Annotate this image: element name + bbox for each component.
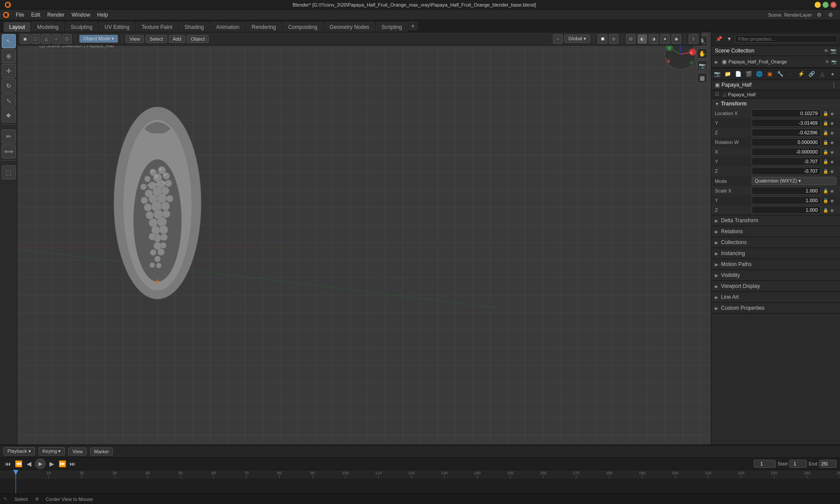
- location-y-anim[interactable]: ◆: [830, 121, 836, 126]
- tab-geometry-nodes[interactable]: Geometry Nodes: [324, 22, 375, 32]
- snap-icon[interactable]: 🔲: [598, 34, 607, 44]
- toolbar-icon-5[interactable]: ⬡: [62, 34, 72, 44]
- minimize-button[interactable]: －: [815, 2, 821, 8]
- scene-eye-icon[interactable]: 👁: [824, 48, 829, 53]
- scale-z-lock[interactable]: 🔒: [822, 207, 829, 213]
- viewport-shading-icon-4[interactable]: ◉: [672, 34, 681, 44]
- tab-add-button[interactable]: +: [409, 21, 417, 30]
- location-z-value[interactable]: -0.62396: [752, 129, 821, 136]
- timeline-view-btn[interactable]: View: [68, 448, 87, 455]
- visibility-header[interactable]: ▶ Visibility: [711, 270, 840, 280]
- relations-header[interactable]: ▶ Relations: [711, 226, 840, 237]
- tab-animation[interactable]: Animation: [210, 22, 245, 32]
- menu-blender-logo[interactable]: [2, 10, 10, 19]
- scale-y-lock[interactable]: 🔒: [822, 197, 829, 203]
- mesh-name[interactable]: Papaya_Half: [728, 92, 836, 97]
- props-output-icon[interactable]: 📁: [723, 69, 732, 79]
- overlay-icon[interactable]: ⊡: [626, 34, 636, 44]
- scale-z-value[interactable]: 1.000: [752, 206, 821, 214]
- props-material-icon[interactable]: ●: [828, 69, 837, 79]
- object-name[interactable]: Papaya_Half: [721, 82, 830, 88]
- view-menu-btn[interactable]: View: [126, 35, 144, 43]
- custom-properties-header[interactable]: ▶ Custom Properties: [711, 303, 840, 313]
- tool-transform[interactable]: ❖: [2, 108, 16, 122]
- tool-annotate[interactable]: ✏: [2, 130, 16, 144]
- props-object-icon[interactable]: ▣: [765, 69, 774, 79]
- current-frame-input[interactable]: [754, 460, 776, 468]
- jump-end-btn[interactable]: ⏭: [68, 459, 77, 468]
- rotation-x-value[interactable]: -0.000000: [752, 148, 821, 156]
- object-mode-btn[interactable]: Object Mode ▾: [79, 35, 118, 43]
- tab-modeling[interactable]: Modeling: [32, 22, 64, 32]
- scale-x-lock[interactable]: 🔒: [822, 188, 829, 194]
- line-art-header[interactable]: ▶ Line Art: [711, 292, 840, 302]
- tab-rendering[interactable]: Rendering: [246, 22, 281, 32]
- location-x-lock[interactable]: 🔒: [822, 110, 829, 116]
- end-frame-input[interactable]: [819, 460, 836, 468]
- play-btn[interactable]: ▶: [35, 458, 46, 469]
- props-constraint-icon[interactable]: 🔗: [807, 69, 816, 79]
- panel-search-input[interactable]: [735, 35, 837, 43]
- tab-texture-paint[interactable]: Texture Paint: [136, 22, 178, 32]
- rotation-y-lock[interactable]: 🔒: [822, 158, 829, 164]
- timeline-marker-btn[interactable]: Marker: [90, 448, 113, 455]
- global-btn[interactable]: Global ▾: [564, 35, 590, 43]
- scene-settings-icon[interactable]: ⚙: [815, 10, 823, 19]
- tab-scripting[interactable]: Scripting: [376, 22, 408, 32]
- location-y-value[interactable]: -3.01469: [752, 119, 821, 127]
- viewport-shading-icon-3[interactable]: ●: [660, 34, 670, 44]
- tool-select[interactable]: ↖: [2, 34, 16, 48]
- panel-pin-icon[interactable]: 📌: [714, 34, 724, 44]
- menu-help[interactable]: Help: [94, 11, 112, 19]
- props-modifier-icon[interactable]: 🔧: [775, 69, 785, 79]
- rotation-y-value[interactable]: -0.707: [752, 158, 821, 165]
- step-back-btn[interactable]: ◀: [24, 459, 33, 468]
- toolbar-icon-4[interactable]: ○: [52, 34, 61, 44]
- rotation-z-value[interactable]: -0.707: [752, 167, 821, 175]
- tab-compositing[interactable]: Compositing: [283, 22, 323, 32]
- tool-cursor[interactable]: ⊕: [2, 49, 16, 63]
- viewport-shading-icon-1[interactable]: ◐: [637, 34, 647, 44]
- props-render-icon[interactable]: 📷: [712, 69, 722, 79]
- tool-add-cube[interactable]: ⬚: [2, 165, 16, 179]
- menu-window[interactable]: Window: [68, 11, 94, 19]
- location-x-value[interactable]: 0.10279: [752, 109, 821, 117]
- maximize-button[interactable]: □: [822, 2, 829, 8]
- rotation-w-value[interactable]: 0.000000: [752, 138, 821, 146]
- motion-paths-header[interactable]: ▶ Motion Paths: [711, 259, 840, 270]
- scale-z-anim[interactable]: ◆: [830, 208, 836, 213]
- timeline-keying-btn[interactable]: Keying ▾: [38, 447, 65, 455]
- jump-start-btn[interactable]: ⏮: [4, 459, 12, 468]
- proportional-icon[interactable]: ⊙: [609, 34, 619, 44]
- viewport-shading-icon-2[interactable]: ◑: [649, 34, 658, 44]
- props-world-icon[interactable]: 🌐: [754, 69, 764, 79]
- tool-scale[interactable]: ⤡: [2, 94, 16, 108]
- scene-render-icon[interactable]: 📷: [830, 48, 836, 54]
- object-menu-btn[interactable]: Object: [187, 35, 209, 43]
- rotation-z-lock[interactable]: 🔒: [822, 168, 829, 174]
- menu-file[interactable]: File: [12, 11, 28, 19]
- props-particles-icon[interactable]: ·: [786, 69, 795, 79]
- toolbar-icon-2[interactable]: ⬚: [31, 34, 40, 44]
- scale-x-value[interactable]: 1.000: [752, 187, 821, 195]
- tab-shading[interactable]: Shading: [179, 22, 210, 32]
- props-physics-icon[interactable]: ⚡: [796, 69, 806, 79]
- scale-y-value[interactable]: 1.000: [752, 196, 821, 204]
- tree-render-icon[interactable]: 📷: [831, 60, 836, 64]
- start-frame-input[interactable]: [789, 460, 807, 468]
- camera-icon[interactable]: 📷: [697, 60, 707, 71]
- region-icon[interactable]: ⟩: [689, 34, 698, 44]
- delta-transform-header[interactable]: ▶ Delta Transform: [711, 215, 840, 226]
- tool-move[interactable]: ✛: [2, 64, 16, 78]
- scale-y-anim[interactable]: ◆: [830, 198, 836, 203]
- select-menu-btn[interactable]: Select: [146, 35, 167, 43]
- location-z-lock[interactable]: 🔒: [822, 130, 829, 136]
- rotation-w-anim[interactable]: ◆: [830, 140, 836, 145]
- collections-header[interactable]: ▶ Collections: [711, 237, 840, 248]
- tab-uv-editing[interactable]: UV Editing: [99, 22, 135, 32]
- tree-eye-icon[interactable]: 👁: [825, 60, 830, 64]
- tab-sculpting[interactable]: Sculpting: [65, 22, 98, 32]
- rotation-x-lock[interactable]: 🔒: [822, 149, 829, 155]
- toolbar-icon-3[interactable]: △: [41, 34, 51, 44]
- settings-icon[interactable]: ⚙: [826, 10, 835, 19]
